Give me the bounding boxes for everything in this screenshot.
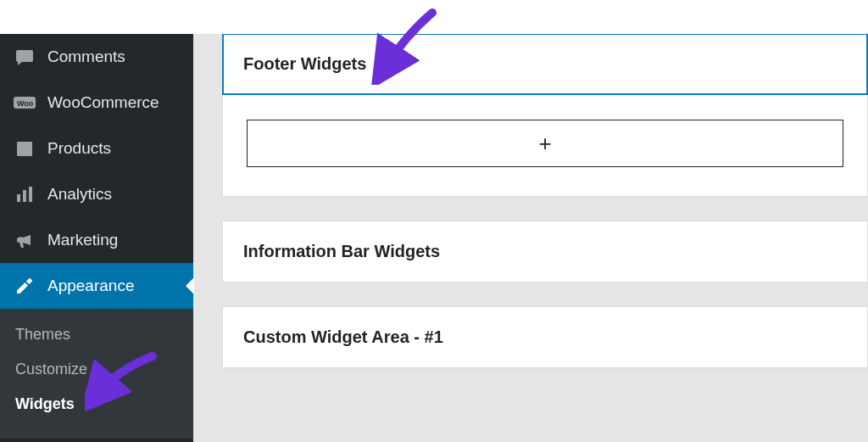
sidebar-item-comments[interactable]: Comments	[0, 34, 193, 80]
svg-rect-3	[17, 142, 32, 145]
sidebar-item-products[interactable]: Products	[0, 126, 193, 171]
widget-area-footer[interactable]: Footer Widgets +	[222, 33, 868, 197]
woocommerce-icon: Woo	[14, 92, 36, 114]
sidebar-item-analytics[interactable]: Analytics	[0, 171, 193, 217]
sidebar-item-label: Analytics	[47, 185, 112, 204]
annotation-arrow-bottom	[85, 352, 161, 411]
sidebar-item-woocommerce[interactable]: Woo WooCommerce	[0, 80, 193, 126]
products-icon	[14, 137, 36, 159]
sidebar-item-label: Products	[47, 139, 111, 158]
sidebar-item-label: Appearance	[47, 277, 134, 295]
svg-rect-4	[17, 194, 20, 202]
analytics-icon	[14, 183, 36, 205]
submenu-label: Customize	[15, 361, 87, 378]
widget-area-information-bar[interactable]: Information Bar Widgets	[222, 221, 868, 283]
widget-area-title: Information Bar Widgets	[223, 221, 867, 282]
svg-rect-6	[29, 187, 32, 202]
plus-icon: +	[538, 131, 551, 157]
sidebar-item-label: Marketing	[47, 231, 118, 249]
sidebar-item-appearance[interactable]: Appearance	[0, 263, 193, 309]
widget-area-title: Footer Widgets	[222, 33, 868, 95]
annotation-arrow-top	[364, 8, 441, 85]
svg-text:Woo: Woo	[17, 99, 34, 108]
submenu-label: Themes	[15, 326, 70, 343]
sidebar-item-label: WooCommerce	[47, 93, 159, 112]
widget-area-title: Custom Widget Area - #1	[223, 307, 867, 367]
appearance-icon	[14, 275, 36, 297]
submenu-themes[interactable]: Themes	[0, 317, 193, 352]
submenu-label: Widgets	[15, 395, 75, 412]
widget-area-custom-1[interactable]: Custom Widget Area - #1	[222, 306, 868, 368]
widget-areas-panel: Footer Widgets + Information Bar Widgets…	[193, 0, 868, 442]
add-block-button[interactable]: +	[247, 120, 843, 167]
sidebar-item-label: Comments	[47, 48, 125, 66]
comments-icon	[14, 46, 36, 68]
svg-rect-2	[17, 144, 32, 156]
sidebar-item-marketing[interactable]: Marketing	[0, 217, 193, 263]
megaphone-icon	[14, 229, 36, 251]
svg-rect-5	[23, 190, 26, 202]
